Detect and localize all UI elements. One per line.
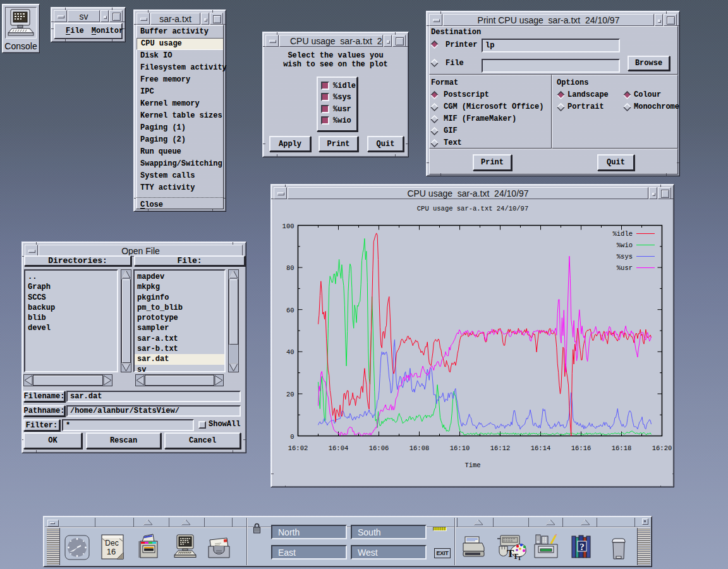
svg-text:%usr: %usr	[617, 264, 633, 272]
svg-text:16:18: 16:18	[612, 444, 632, 452]
svg-text:Time: Time	[464, 462, 480, 469]
svg-text:16:12: 16:12	[490, 444, 511, 452]
svg-text:T: T	[518, 555, 521, 560]
svg-text:%sys: %sys	[617, 253, 633, 260]
svg-text:40: 40	[286, 348, 294, 356]
svg-text:16:04: 16:04	[329, 444, 349, 452]
svg-text:100: 100	[282, 223, 294, 230]
svg-text:16:14: 16:14	[531, 444, 551, 452]
svg-text:Dec: Dec	[105, 539, 118, 548]
svg-text:0: 0	[290, 433, 294, 441]
svg-text:16:02: 16:02	[288, 444, 308, 452]
svg-text:%wio: %wio	[617, 242, 633, 249]
svg-text:60: 60	[286, 307, 294, 314]
svg-text:20: 20	[286, 391, 294, 398]
svg-text:16: 16	[107, 547, 116, 556]
svg-text:16:06: 16:06	[369, 444, 389, 452]
svg-text:16:10: 16:10	[450, 444, 470, 452]
svg-text:%idle: %idle	[612, 230, 633, 238]
svg-text:?: ?	[579, 542, 585, 552]
svg-text:CPU usage sar-a.txt 24/10/97: CPU usage sar-a.txt 24/10/97	[417, 205, 528, 212]
svg-text:80: 80	[286, 264, 294, 272]
svg-text:16:20: 16:20	[652, 444, 672, 452]
svg-text:16:16: 16:16	[571, 444, 592, 452]
svg-text:16:08: 16:08	[410, 444, 430, 452]
